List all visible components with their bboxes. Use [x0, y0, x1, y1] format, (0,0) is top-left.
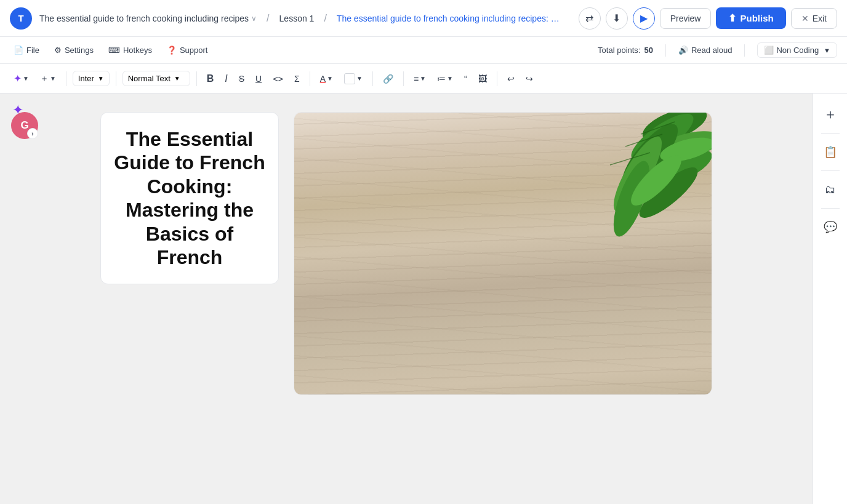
text-style-selector[interactable]: Normal Text ▼	[122, 71, 190, 86]
user-avatar-t: T	[10, 7, 32, 30]
font-selector[interactable]: Inter ▼	[73, 71, 110, 86]
code-button[interactable]: <>	[269, 71, 287, 86]
toolbar-divider-6	[403, 71, 404, 86]
ai-tool-button[interactable]: ✦	[12, 102, 23, 118]
background-color-button[interactable]: ▼	[340, 71, 366, 87]
support-icon: ❓	[167, 46, 177, 55]
add-block-button[interactable]: ＋ ▼	[36, 71, 60, 87]
read-aloud-button[interactable]: 🔊 Read aloud	[678, 46, 733, 55]
folder-button[interactable]: 🗂	[819, 178, 841, 201]
course-chevron-icon: ∨	[251, 14, 257, 23]
add-chevron-icon: ▼	[50, 75, 56, 82]
text-color-button[interactable]: A ▼	[316, 71, 337, 86]
breadcrumb-separator-2: /	[324, 13, 326, 24]
hotkeys-icon: ⌨	[108, 46, 120, 55]
plus-icon: ＋	[824, 105, 837, 124]
total-points-label: Total points:	[598, 46, 640, 55]
toolbar-divider-5	[372, 71, 373, 86]
clipboard-icon: 📋	[824, 145, 837, 159]
read-aloud-icon: 🔊	[678, 46, 688, 55]
lesson-label: Lesson 1	[279, 14, 315, 23]
bold-button[interactable]: B	[203, 71, 218, 87]
ai-chevron-icon: ▼	[23, 75, 29, 82]
right-sidebar-divider-1	[821, 133, 840, 134]
align-icon: ≡	[414, 74, 419, 84]
add-element-button[interactable]: ＋	[819, 103, 841, 126]
comment-button[interactable]: 💬	[819, 216, 841, 238]
list-button[interactable]: ≔ ▼	[433, 71, 457, 86]
sidebar-expand-icon: ›	[27, 128, 38, 139]
text-color-chevron-icon: ▼	[327, 75, 333, 82]
non-coding-icon: ⬜	[764, 46, 774, 55]
editor-content-area: The Essential Guide to French Cooking: M…	[0, 94, 813, 504]
align-chevron-icon: ▼	[420, 75, 426, 82]
settings-label: Settings	[65, 46, 94, 55]
italic-button[interactable]: I	[221, 71, 231, 87]
right-sidebar-divider-2	[821, 170, 840, 171]
exit-x-icon: ✕	[801, 14, 809, 23]
ai-sparkle-icon: ✦	[14, 73, 22, 84]
editor-toolbar: ✦ ▼ ＋ ▼ Inter ▼ Normal Text ▼ B I S U <>…	[0, 64, 847, 94]
text-color-icon: A	[320, 74, 326, 84]
top-nav: T The essential guide to french cooking …	[0, 0, 847, 37]
non-coding-label: Non Coding	[776, 46, 819, 55]
file-icon: 📄	[14, 46, 23, 55]
ai-button[interactable]: ✦ ▼	[10, 70, 33, 87]
toolbar-divider-7	[497, 71, 497, 86]
right-sidebar: ＋ 📋 🗂 💬	[813, 94, 847, 504]
course-title-text: The essential guide to french cooking in…	[39, 14, 249, 23]
bg-color-swatch	[344, 73, 355, 84]
bg-color-chevron-icon: ▼	[356, 75, 363, 82]
image-button[interactable]: 🖼	[475, 71, 491, 86]
right-sidebar-divider-3	[821, 208, 840, 209]
clipboard-button[interactable]: 📋	[819, 141, 841, 163]
exit-label: Exit	[813, 14, 827, 23]
file-menu[interactable]: 📄 File	[10, 43, 43, 57]
formula-button[interactable]: Σ	[291, 71, 303, 86]
toolbar-divider-1	[66, 71, 66, 86]
preview-button[interactable]: Preview	[660, 8, 712, 29]
play-button[interactable]: ▶	[633, 7, 655, 30]
settings-menu[interactable]: ⚙ Settings	[50, 43, 97, 57]
publish-label: Publish	[740, 13, 773, 23]
file-label: File	[26, 46, 39, 55]
undo-button[interactable]: ↩	[504, 71, 518, 86]
wood-background	[294, 113, 712, 394]
font-label: Inter	[78, 74, 94, 83]
preview-label: Preview	[670, 14, 701, 23]
strikethrough-button[interactable]: S	[235, 71, 248, 86]
download-button[interactable]: ⬇	[606, 7, 628, 30]
title-card: The Essential Guide to French Cooking: M…	[100, 112, 279, 284]
hotkeys-label: Hotkeys	[123, 46, 152, 55]
exit-button[interactable]: ✕ Exit	[791, 8, 837, 29]
redo-button[interactable]: ↪	[522, 71, 537, 86]
alignment-button[interactable]: ≡ ▼	[410, 71, 430, 86]
share-button[interactable]: ⇄	[579, 7, 601, 30]
non-coding-chevron-icon: ▼	[824, 47, 830, 54]
support-menu[interactable]: ❓ Support	[163, 43, 212, 57]
text-style-label: Normal Text	[128, 74, 171, 83]
quote-button[interactable]: “	[460, 71, 471, 86]
read-aloud-label: Read aloud	[691, 46, 733, 55]
list-chevron-icon: ▼	[447, 75, 453, 82]
text-style-chevron-icon: ▼	[174, 75, 180, 82]
underline-button[interactable]: U	[252, 71, 265, 86]
support-label: Support	[180, 46, 208, 55]
total-points-value: 50	[644, 46, 652, 55]
non-coding-dropdown[interactable]: ⬜ Non Coding ▼	[757, 42, 837, 58]
image-card	[294, 112, 712, 395]
nav-actions: ⇄ ⬇ ▶ Preview ⬆ Publish ✕ Exit	[579, 7, 837, 30]
leaves-svg	[552, 113, 712, 248]
toolbar-divider-3	[196, 71, 197, 86]
hotkeys-menu[interactable]: ⌨ Hotkeys	[105, 43, 156, 57]
leaves-decoration	[552, 113, 712, 248]
editor-area: G › ✦ The Essential Guide to French Cook…	[0, 94, 847, 504]
publish-icon: ⬆	[728, 12, 736, 24]
breadcrumb-link: The essential guide to french cooking in…	[337, 14, 564, 23]
add-icon: ＋	[40, 73, 49, 84]
toolbar-divider-2	[116, 71, 116, 86]
settings-icon: ⚙	[54, 46, 62, 55]
font-chevron-icon: ▼	[98, 75, 104, 82]
link-button[interactable]: 🔗	[379, 71, 397, 86]
publish-button[interactable]: ⬆ Publish	[716, 7, 785, 29]
